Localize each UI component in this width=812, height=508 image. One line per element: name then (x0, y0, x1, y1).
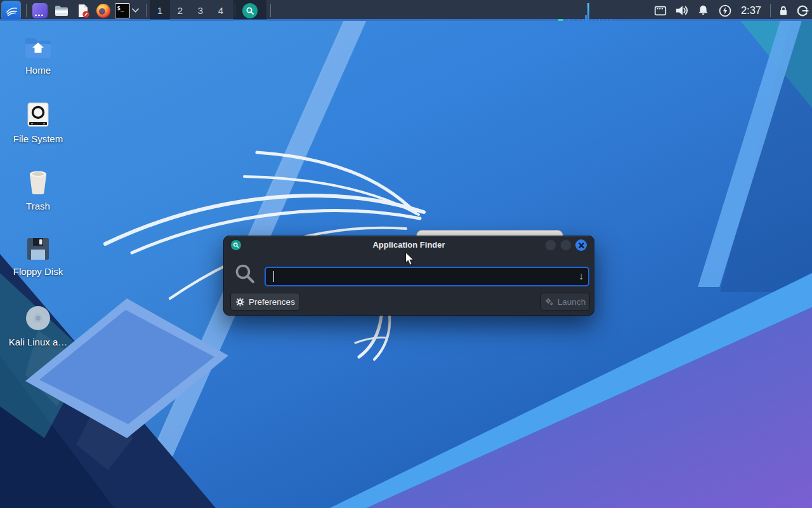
appfinder-icon (242, 3, 258, 18)
text-editor-icon (75, 3, 91, 18)
floppy-disk-icon (5, 237, 71, 261)
launch-gear-icon (545, 297, 554, 306)
power-manager-tray-button[interactable] (717, 3, 733, 18)
file-manager-icon (54, 3, 69, 18)
search-input[interactable] (265, 267, 589, 286)
hard-drive-icon (5, 102, 71, 128)
system-monitor-graph[interactable] (556, 0, 614, 21)
desktop-icon-label: Floppy Disk (5, 266, 71, 277)
volume-icon (674, 3, 689, 18)
window-launcher-button[interactable] (32, 3, 48, 18)
text-editor-button[interactable] (75, 3, 91, 18)
kali-menu-icon (4, 4, 18, 18)
desktop-icon-label: Kali Linux a… (5, 337, 71, 347)
home-folder-icon (5, 36, 71, 60)
text-caret (273, 271, 274, 282)
preferences-button[interactable]: Preferences (230, 293, 300, 311)
workspace-2[interactable]: 2 (170, 0, 190, 21)
desktop-icon-trash[interactable]: Trash (5, 169, 71, 211)
desktop-icon-label: File System (5, 133, 71, 144)
workspace-4[interactable]: 4 (211, 0, 231, 21)
display-tray-button[interactable] (652, 3, 668, 18)
preferences-label: Preferences (249, 297, 295, 307)
terminal-button[interactable]: $_ (114, 3, 130, 18)
dropdown-icon[interactable]: ↓ (574, 269, 588, 283)
mouse-cursor (404, 252, 416, 269)
power-manager-icon (718, 4, 732, 18)
launch-button[interactable]: Launch (540, 293, 590, 311)
firefox-icon (96, 3, 111, 18)
disc-icon (5, 305, 71, 331)
notifications-icon (697, 4, 710, 17)
titlebar[interactable]: Application Finder (224, 236, 594, 254)
top-panel: $_ 1 2 3 4 (0, 0, 812, 21)
trash-icon (5, 169, 71, 196)
desktop-icon-label: Home (5, 65, 71, 76)
search-icon (234, 263, 256, 287)
logout-icon (796, 4, 809, 18)
application-finder-window: Application Finder ↓ (223, 236, 594, 316)
desktop-icon-kali-cd[interactable]: Kali Linux a… (5, 305, 71, 347)
lock-icon (777, 4, 790, 17)
logout-button[interactable] (794, 3, 810, 18)
desktop-icon-file-system[interactable]: File System (5, 102, 71, 144)
panel-separator (26, 4, 27, 17)
panel-clock[interactable]: 2:37 (736, 0, 766, 21)
terminal-dropdown-button[interactable] (131, 3, 140, 18)
terminal-icon: $_ (115, 3, 130, 18)
close-button[interactable] (575, 239, 587, 251)
window-launcher-icon (32, 3, 48, 18)
launch-label: Launch (558, 297, 586, 307)
file-manager-button[interactable] (53, 3, 69, 18)
minimize-button[interactable] (545, 239, 556, 251)
workspace-3[interactable]: 3 (190, 0, 211, 21)
desktop-icon-label: Trash (5, 201, 71, 211)
panel-separator (270, 4, 271, 17)
volume-tray-button[interactable] (674, 3, 690, 18)
notifications-tray-button[interactable] (695, 3, 711, 18)
workspace-1[interactable]: 1 (150, 0, 170, 21)
desktop-icon-home[interactable]: Home (5, 36, 71, 76)
maximize-button[interactable] (560, 239, 572, 251)
firefox-button[interactable] (95, 3, 111, 18)
taskbar-item-application-finder[interactable] (233, 0, 266, 21)
close-icon (579, 243, 584, 248)
panel-separator (146, 4, 147, 17)
applications-menu-button[interactable] (2, 1, 20, 20)
lock-screen-button[interactable] (775, 3, 791, 18)
display-icon (653, 4, 667, 18)
desktop-icon-floppy-disk[interactable]: Floppy Disk (5, 237, 71, 277)
chevron-down-icon (132, 8, 139, 13)
gear-icon (235, 297, 245, 307)
window-title: Application Finder (224, 240, 594, 250)
panel-separator (770, 4, 771, 17)
